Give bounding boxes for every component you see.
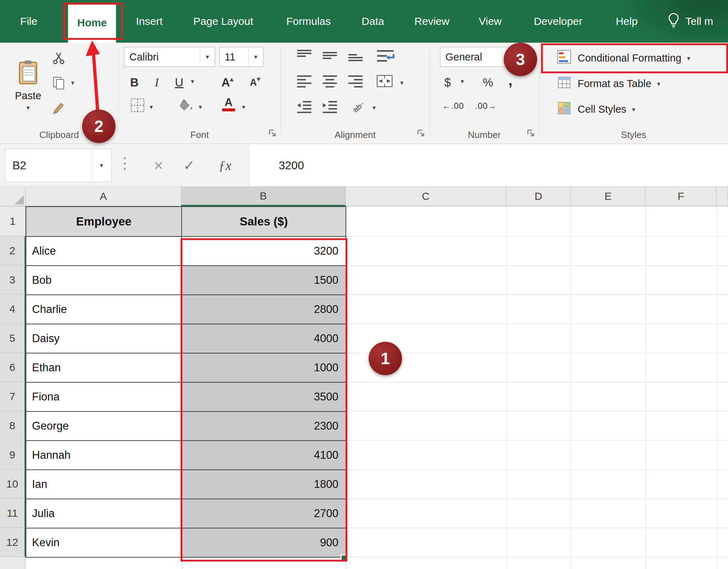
enter-button[interactable]: ✓ [176,149,203,182]
align-center-button[interactable] [322,74,338,89]
row-header-8[interactable]: 8 [0,411,26,440]
decrease-decimal-button[interactable]: .00→ [475,101,497,111]
tab-review[interactable]: Review [405,0,459,43]
row-header-10[interactable]: 10 [0,469,26,499]
cell-a11[interactable]: Julia [26,499,182,528]
row-header-6[interactable]: 6 [0,353,26,382]
increase-indent-button[interactable] [322,100,338,115]
format-as-table-button[interactable]: Format as Table ▾ [556,75,660,92]
align-right-button[interactable] [348,74,363,89]
borders-button[interactable] [130,98,145,114]
merge-center-button[interactable] [376,74,393,90]
font-size-combo[interactable]: 11 ▾ [219,47,263,67]
cell-a7[interactable]: Fiona [26,383,182,412]
cancel-button[interactable]: × [145,149,172,182]
col-header-a[interactable]: A [26,187,181,206]
col-header-d[interactable]: D [506,187,571,206]
col-header-f[interactable]: F [646,187,717,206]
fill-color-dropdown[interactable]: ▾ [199,104,202,110]
copy-dropdown[interactable]: ▾ [71,80,74,86]
font-color-dropdown[interactable]: ▾ [242,104,245,110]
name-box[interactable]: B2 ▾ [5,149,112,182]
tab-data[interactable]: Data [352,0,393,43]
row-header-1[interactable]: 1 [0,206,26,236]
row-header-3[interactable]: 3 [0,265,26,294]
align-bottom-button[interactable] [348,48,363,63]
col-header-b[interactable]: B [181,187,346,206]
copy-button[interactable] [52,76,65,91]
increase-font-size-button[interactable]: A ▴ [221,73,234,92]
borders-dropdown[interactable]: ▾ [150,104,153,110]
cell-a10[interactable]: Ian [26,470,182,499]
formula-input[interactable]: 3200 [249,144,728,186]
select-all-button[interactable] [0,187,26,206]
font-family-dropdown[interactable]: ▾ [200,47,215,67]
decrease-font-size-button[interactable]: A ▾ [250,73,261,92]
font-size-dropdown[interactable]: ▾ [248,47,263,67]
cell-a1[interactable]: Employee [26,207,182,237]
format-painter-button[interactable] [52,102,65,117]
cell-styles-button[interactable]: Cell Styles ▾ [556,101,635,118]
increase-decimal-button[interactable]: ←.00 [442,101,464,111]
align-top-button[interactable] [296,48,312,63]
cell-a6[interactable]: Ethan [26,353,182,383]
text-orientation-icon: ab [351,99,367,115]
cell-a12[interactable]: Kevin [26,528,182,558]
percent-style-button[interactable]: % [483,73,493,92]
cell-b1[interactable]: Sales ($) [182,207,346,237]
col-header-e[interactable]: E [571,187,646,206]
merge-center-icon [376,74,393,90]
formula-bar-grip[interactable] [124,157,126,170]
number-dialog-launcher[interactable] [526,129,535,137]
paste-button[interactable]: Paste ▾ [9,46,47,124]
tab-formulas[interactable]: Formulas [277,0,340,43]
tab-view[interactable]: View [470,0,511,43]
accounting-dropdown[interactable]: ▾ [461,78,464,85]
tell-me-box[interactable]: Tell m [667,0,713,43]
cell-a2[interactable]: Alice [26,237,182,266]
tab-insert[interactable]: Insert [127,0,172,43]
cell-styles-icon [556,101,572,118]
wrap-text-button[interactable] [376,48,395,65]
callout-step-1: 1 [369,342,402,375]
cell-a8[interactable]: George [26,412,182,441]
fill-color-button[interactable] [180,98,194,114]
align-middle-button[interactable] [322,48,338,63]
font-color-button[interactable]: A [222,97,235,111]
row-header-5[interactable]: 5 [0,324,26,353]
accounting-format-button[interactable]: $ [444,73,451,92]
col-header-c[interactable]: C [346,187,506,206]
col-header-g-partial[interactable] [717,187,728,206]
cut-button[interactable] [52,51,65,66]
italic-button[interactable]: I [150,73,164,92]
tab-help[interactable]: Help [606,0,647,43]
bold-button[interactable]: B [125,73,143,92]
underline-dropdown[interactable]: ▾ [191,78,194,85]
cell-a5[interactable]: Daisy [26,324,182,353]
row-header-13-partial[interactable] [0,557,26,569]
alignment-dialog-launcher[interactable] [417,129,425,137]
cell-a4[interactable]: Charlie [26,295,182,324]
merge-dropdown[interactable]: ▾ [400,80,403,86]
font-family-combo[interactable]: Calibri ▾ [124,47,215,67]
name-box-dropdown[interactable]: ▾ [91,149,111,182]
cell-a9[interactable]: Hannah [26,441,182,470]
tab-page-layout[interactable]: Page Layout [184,0,262,43]
row-header-12[interactable]: 12 [0,528,26,557]
underline-button[interactable]: U [171,73,187,92]
font-dialog-launcher[interactable] [268,129,277,137]
tab-developer[interactable]: Developer [525,0,592,43]
align-left-button[interactable] [296,74,312,89]
row-header-7[interactable]: 7 [0,382,26,411]
row-header-11[interactable]: 11 [0,499,26,528]
decrease-indent-button[interactable] [296,100,312,115]
insert-function-button[interactable]: ƒx [209,149,241,182]
cell-a3[interactable]: Bob [26,266,182,295]
row-header-2[interactable]: 2 [0,236,26,265]
orientation-dropdown[interactable]: ▾ [373,105,376,111]
row-header-9[interactable]: 9 [0,440,26,469]
increase-indent-icon [322,100,338,115]
orientation-button[interactable]: ab [351,99,367,115]
tab-file[interactable]: File [11,0,47,43]
row-header-4[interactable]: 4 [0,294,26,324]
